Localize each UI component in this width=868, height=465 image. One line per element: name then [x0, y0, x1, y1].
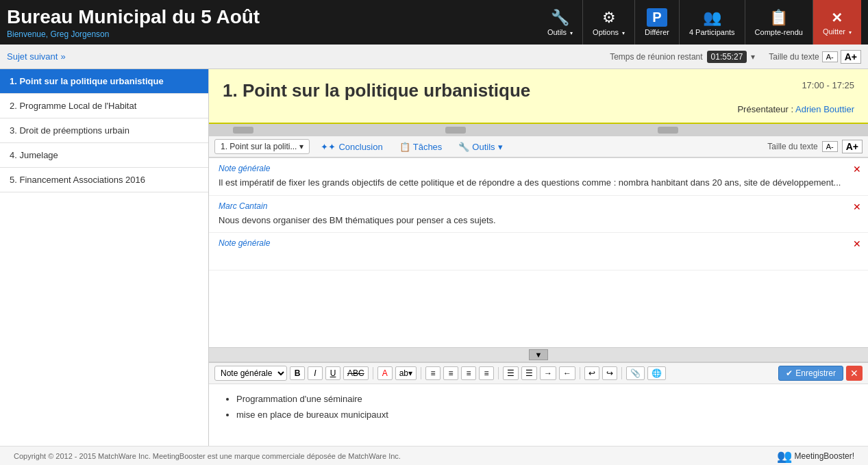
- note-2-author: Marc Cantain: [219, 201, 858, 211]
- differ-label: Différer: [645, 28, 669, 36]
- font-decrease-button[interactable]: A-: [822, 51, 838, 62]
- cancel-button[interactable]: ✕: [846, 366, 863, 381]
- note-2-delete-button[interactable]: ✕: [853, 201, 861, 212]
- subject-title: 1. Point sur la politique urbanistique: [223, 80, 854, 101]
- sidebar-item-2[interactable]: 2. Programme Local de l'Habitat: [0, 94, 208, 118]
- next-subject-label: Sujet suivant: [7, 51, 58, 62]
- conclusion-label: Conclusion: [338, 142, 382, 152]
- next-subject-button[interactable]: Sujet suivant »: [7, 51, 66, 62]
- bullet-list-button[interactable]: ☰: [503, 366, 519, 380]
- note-3-text: [219, 251, 858, 264]
- taches-tab[interactable]: 📋 Tâches: [394, 140, 448, 154]
- justify-button[interactable]: ≡: [479, 366, 494, 380]
- next-subject-icon: »: [60, 51, 65, 62]
- tabs-font-decrease[interactable]: A-: [822, 141, 838, 152]
- main-layout: 1. Point sur la politique urbanistique 2…: [0, 69, 868, 446]
- note-block-1: Note générale Il est impératif de fixer …: [209, 158, 868, 196]
- horizontal-scrollbar[interactable]: [209, 124, 868, 136]
- editor-content[interactable]: Programmation d'une séminaire mise en pl…: [209, 384, 868, 446]
- ordered-list-button[interactable]: ☰: [521, 366, 537, 380]
- font-color-button[interactable]: A: [377, 366, 393, 380]
- outils-arrow: ▾: [498, 142, 503, 152]
- options-label: Options ▾: [593, 28, 625, 36]
- conclusion-icon: ✦✦: [321, 142, 336, 152]
- outils-icon: 🔧: [458, 142, 469, 152]
- presenter-name: Adrien Bouttier: [795, 104, 854, 114]
- sidebar-item-4[interactable]: 4. Jumelage: [0, 143, 208, 168]
- sidebar: 1. Point sur la politique urbanistique 2…: [0, 69, 209, 446]
- tools-button[interactable]: 🔧 Outils ▾: [538, 0, 583, 45]
- time-dropdown-arrow[interactable]: ▾: [751, 52, 755, 62]
- tabs-font-controls: Taille du texte A- A+: [767, 140, 863, 153]
- footer-logo-text: MeetingBooster!: [795, 451, 854, 461]
- editor-area: Note générale Décision Action B I U ABC …: [209, 362, 868, 446]
- align-center-button[interactable]: ≡: [443, 366, 458, 380]
- undo-button[interactable]: ↩: [584, 366, 599, 380]
- tabs-font-label: Taille du texte: [767, 142, 817, 151]
- compte-rendu-icon: 📋: [769, 9, 788, 27]
- footer-logo: 👥 MeetingBooster!: [777, 449, 854, 464]
- bold-button[interactable]: B: [290, 366, 305, 380]
- top-bar: Sujet suivant » Temps de réunion restant…: [0, 45, 868, 69]
- scroll-thumb-2[interactable]: [445, 127, 466, 134]
- tabs-font-increase[interactable]: A+: [842, 140, 863, 153]
- highlight-button[interactable]: ab▾: [395, 366, 417, 380]
- note-3-delete-button[interactable]: ✕: [853, 238, 861, 249]
- quitter-label: Quitter ▾: [823, 27, 852, 36]
- note-2-text: Nous devons organiser des BM thématiques…: [219, 214, 858, 227]
- options-button[interactable]: ⚙ Options ▾: [583, 0, 635, 45]
- collapse-bar[interactable]: ▼: [209, 347, 868, 362]
- subject-time: 17:00 - 17:25: [802, 80, 854, 90]
- content-area: 1. Point sur la politique urbanistique 1…: [209, 69, 868, 446]
- attach-button[interactable]: 📎: [626, 366, 645, 380]
- welcome-text: Bienvenue, Greg Jorgenson: [7, 29, 538, 39]
- participants-button[interactable]: 👥 4 Participants: [680, 0, 745, 45]
- sidebar-item-1[interactable]: 1. Point sur la politique urbanistique: [0, 69, 208, 94]
- note-1-delete-button[interactable]: ✕: [853, 164, 861, 175]
- sidebar-item-3[interactable]: 3. Droit de préemptions urbain: [0, 118, 208, 143]
- redo-button[interactable]: ↪: [602, 366, 617, 380]
- subject-dropdown-label: 1. Point sur la politi...: [221, 142, 297, 151]
- subject-dropdown[interactable]: 1. Point sur la politi... ▾: [214, 139, 310, 154]
- font-increase-button[interactable]: A+: [841, 50, 861, 64]
- sidebar-item-5[interactable]: 5. Financement Associations 2016: [0, 168, 208, 192]
- tools-icon: 🔧: [551, 9, 569, 27]
- conclusion-tab[interactable]: ✦✦ Conclusion: [315, 140, 388, 154]
- taches-icon: 📋: [399, 142, 410, 152]
- sidebar-item-5-label: 5. Financement Associations 2016: [10, 175, 145, 185]
- strikethrough-button[interactable]: ABC: [343, 366, 369, 380]
- quitter-button[interactable]: ✕ Quitter ▾: [813, 0, 861, 45]
- note-type-select[interactable]: Note générale Décision Action: [214, 366, 287, 381]
- time-value: 01:55:27: [707, 51, 747, 63]
- compte-rendu-button[interactable]: 📋 Compte-rendu: [745, 0, 813, 45]
- align-right-button[interactable]: ≡: [461, 366, 476, 380]
- time-label: Temps de réunion restant: [610, 52, 702, 62]
- align-left-button[interactable]: ≡: [425, 366, 441, 380]
- tabs-bar: 1. Point sur la politi... ▾ ✦✦ Conclusio…: [209, 136, 868, 158]
- indent-button[interactable]: →: [540, 366, 556, 380]
- outdent-button[interactable]: ←: [559, 366, 575, 380]
- save-checkmark-icon: ✔: [786, 368, 793, 378]
- note-1-author: Note générale: [219, 164, 858, 173]
- outils-label: Outils: [472, 142, 495, 152]
- options-icon: ⚙: [602, 9, 616, 27]
- italic-button[interactable]: I: [308, 366, 323, 380]
- time-remaining-section: Temps de réunion restant 01:55:27 ▾: [610, 51, 755, 63]
- toolbar-sep-3: [498, 367, 499, 379]
- differ-button[interactable]: P Différer: [635, 0, 680, 45]
- scroll-thumb-3[interactable]: [658, 127, 678, 134]
- font-size-controls: Taille du texte A- A+: [769, 50, 861, 64]
- link-button[interactable]: 🌐: [647, 366, 666, 380]
- underline-button[interactable]: U: [325, 366, 340, 380]
- parking-icon: P: [647, 8, 667, 27]
- note-1-text: Il est impératif de fixer les grands obj…: [219, 176, 858, 190]
- outils-tab[interactable]: 🔧 Outils ▾: [453, 140, 508, 154]
- header-title-section: Bureau Municipal du 5 Août Bienvenue, Gr…: [7, 6, 538, 39]
- scroll-thumb[interactable]: [233, 127, 253, 134]
- save-button[interactable]: ✔ Enregistrer: [778, 366, 843, 381]
- editor-list-item-1: Programmation d'une séminaire: [236, 391, 854, 407]
- collapse-button[interactable]: ▼: [529, 349, 549, 360]
- font-size-label: Taille du texte: [769, 52, 819, 62]
- footer: Copyright © 2012 - 2015 MatchWare Inc. M…: [0, 446, 868, 465]
- save-label: Enregistrer: [795, 368, 836, 378]
